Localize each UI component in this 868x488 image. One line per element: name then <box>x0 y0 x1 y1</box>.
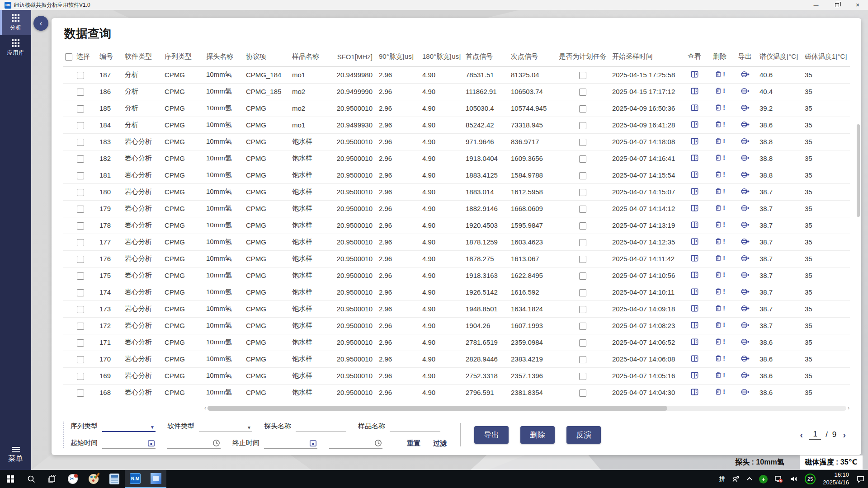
row-checkbox[interactable] <box>77 72 84 79</box>
delete-icon[interactable]: ! <box>714 221 725 229</box>
export-icon[interactable] <box>741 237 750 246</box>
export-icon[interactable] <box>741 271 750 279</box>
row-checkbox[interactable] <box>77 389 84 397</box>
clock-icon[interactable] <box>374 439 382 448</box>
next-page-icon[interactable]: › <box>841 430 848 440</box>
row-checkbox[interactable] <box>77 289 84 296</box>
export-icon[interactable] <box>741 354 750 363</box>
row-checkbox[interactable] <box>77 189 84 196</box>
view-icon[interactable] <box>690 170 699 179</box>
software-type-select[interactable]: ▼ <box>199 421 252 432</box>
view-icon[interactable] <box>690 187 699 196</box>
delete-icon[interactable]: ! <box>714 154 725 162</box>
export-icon[interactable] <box>741 187 750 196</box>
plan-task-checkbox[interactable] <box>579 189 586 196</box>
reset-button[interactable]: 重置 <box>407 439 420 448</box>
plan-task-checkbox[interactable] <box>579 122 586 129</box>
scroll-left-arrow-icon[interactable]: ‹ <box>204 405 206 411</box>
view-icon[interactable] <box>690 137 699 145</box>
plan-task-checkbox[interactable] <box>579 155 586 163</box>
close-button[interactable]: ✕ <box>847 0 868 10</box>
delete-icon[interactable]: ! <box>714 271 725 279</box>
plan-task-checkbox[interactable] <box>579 272 586 280</box>
plan-task-checkbox[interactable] <box>579 323 586 330</box>
probe-name-input[interactable] <box>296 421 346 432</box>
calendar-icon[interactable] <box>147 439 156 448</box>
start-clock-input[interactable] <box>167 438 221 449</box>
delete-icon[interactable]: ! <box>714 170 725 178</box>
prev-page-icon[interactable]: ‹ <box>798 430 805 440</box>
ime-indicator[interactable]: 拼 <box>716 470 728 488</box>
export-icon[interactable] <box>741 154 750 162</box>
sample-name-input[interactable] <box>390 421 440 432</box>
row-checkbox[interactable] <box>77 306 84 313</box>
export-icon[interactable] <box>741 170 750 179</box>
view-icon[interactable] <box>690 287 699 296</box>
view-icon[interactable] <box>690 87 699 95</box>
sidebar-item-app-library[interactable]: 应用库 <box>0 35 31 61</box>
view-icon[interactable] <box>690 271 699 279</box>
row-checkbox[interactable] <box>77 256 84 263</box>
delete-icon[interactable]: ! <box>714 87 725 95</box>
export-icon[interactable] <box>741 87 750 95</box>
row-checkbox[interactable] <box>77 89 84 96</box>
row-checkbox[interactable] <box>77 222 84 230</box>
sidebar-item-analysis[interactable]: 分析 <box>0 10 31 35</box>
horizontal-scrollbar[interactable]: ‹ › <box>204 405 849 411</box>
plan-task-checkbox[interactable] <box>579 239 586 246</box>
plan-task-checkbox[interactable] <box>579 356 586 363</box>
view-icon[interactable] <box>690 70 699 79</box>
export-icon[interactable] <box>741 137 750 145</box>
plan-task-checkbox[interactable] <box>579 289 586 296</box>
view-icon[interactable] <box>690 221 699 229</box>
export-icon[interactable] <box>741 204 750 212</box>
scrollbar-track[interactable] <box>208 406 846 411</box>
export-icon[interactable] <box>741 338 750 346</box>
task-view-button[interactable] <box>42 470 62 488</box>
export-icon[interactable] <box>741 103 750 112</box>
delete-icon[interactable]: ! <box>714 204 725 212</box>
end-clock-input[interactable] <box>329 438 382 449</box>
delete-icon[interactable]: ! <box>714 70 725 78</box>
taskbar-clock[interactable]: 16:10 2025/4/16 <box>819 470 853 488</box>
network-tray-button[interactable] <box>771 470 786 488</box>
export-icon[interactable] <box>741 221 750 229</box>
antivirus-tray-button[interactable]: + <box>756 470 771 488</box>
delete-icon[interactable]: ! <box>714 338 725 346</box>
end-date-input[interactable] <box>264 438 317 449</box>
row-checkbox[interactable] <box>77 139 84 146</box>
row-checkbox[interactable] <box>77 206 84 213</box>
row-checkbox[interactable] <box>77 122 84 129</box>
sidebar-menu-button[interactable]: 菜单 <box>0 442 31 470</box>
export-icon[interactable] <box>741 371 750 380</box>
calendar-icon[interactable] <box>309 439 317 448</box>
row-checkbox[interactable] <box>77 155 84 163</box>
taskbar-search-button[interactable] <box>21 470 42 488</box>
action-center-button[interactable] <box>853 470 868 488</box>
nm-app-taskbar-button[interactable]: N.M <box>125 470 146 488</box>
delete-icon[interactable]: ! <box>714 371 725 379</box>
export-icon[interactable] <box>741 304 750 313</box>
view-icon[interactable] <box>690 120 699 129</box>
plan-task-checkbox[interactable] <box>579 222 586 230</box>
delete-icon[interactable]: ! <box>714 321 725 329</box>
minimize-button[interactable]: — <box>806 0 826 10</box>
view-icon[interactable] <box>690 103 699 112</box>
delete-icon[interactable]: ! <box>714 388 725 396</box>
select-all-checkbox[interactable] <box>65 53 72 61</box>
delete-icon[interactable]: ! <box>714 187 725 195</box>
view-icon[interactable] <box>690 321 699 329</box>
delete-icon[interactable]: ! <box>714 103 725 112</box>
calculator-button[interactable] <box>104 470 125 488</box>
export-icon[interactable] <box>741 70 750 79</box>
vertical-scrollbar-thumb[interactable] <box>857 124 860 217</box>
plan-task-checkbox[interactable] <box>579 339 586 347</box>
row-checkbox[interactable] <box>77 272 84 280</box>
delete-icon[interactable]: ! <box>714 287 725 296</box>
row-checkbox[interactable] <box>77 373 84 380</box>
row-checkbox[interactable] <box>77 172 84 179</box>
plan-task-checkbox[interactable] <box>579 389 586 397</box>
start-button[interactable] <box>0 470 21 488</box>
export-icon[interactable] <box>741 321 750 329</box>
view-icon[interactable] <box>690 338 699 346</box>
